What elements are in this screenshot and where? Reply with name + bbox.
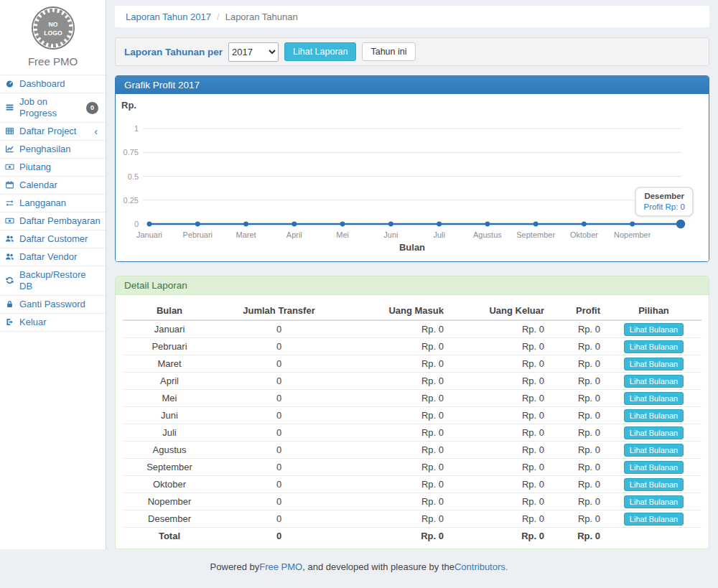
sidebar-item-backup-restore-db[interactable]: Backup/Restore DB [0, 266, 106, 295]
cell-pilihan: Lihat Bulanan [606, 459, 701, 476]
lihat-bulanan-button[interactable]: Lihat Bulanan [624, 478, 684, 491]
cell-jumlah-transfer: 0 [216, 390, 342, 407]
cell-pilihan: Lihat Bulanan [606, 476, 701, 493]
sidebar-menu-item: Daftar Pembayaran [0, 213, 106, 230]
cell-profit: Rp. 0 [550, 459, 606, 476]
cell-uang-keluar: Rp. 0 [449, 407, 550, 424]
tahun-ini-button[interactable]: Tahun ini [362, 42, 415, 61]
cell-uang-masuk: Rp. 0 [342, 459, 449, 476]
sidebar-menu-item: Ganti Password [0, 296, 106, 314]
svg-text:Mei: Mei [336, 230, 349, 239]
svg-text:Oktober: Oktober [570, 230, 598, 239]
sidebar-item-calendar[interactable]: Calendar [0, 177, 106, 194]
svg-text:April: April [286, 230, 302, 239]
cell-profit: Rp. 0 [550, 338, 606, 355]
cell-profit: Rp. 0 [550, 355, 606, 373]
svg-text:Agustus: Agustus [473, 230, 502, 239]
breadcrumb-link[interactable]: Laporan Tahun 2017 [126, 11, 211, 22]
lihat-bulanan-button[interactable]: Lihat Bulanan [624, 495, 684, 508]
cell-uang-masuk: Rp. 0 [342, 424, 449, 442]
cell-profit: Rp. 0 [550, 373, 606, 390]
footer-text: Powered by [210, 561, 260, 572]
column-header-uang-masuk: Uang Masuk [342, 302, 449, 320]
lihat-bulanan-button[interactable]: Lihat Bulanan [624, 461, 684, 474]
sidebar-item-label: Daftar Customer [19, 233, 88, 245]
sign-out-icon [5, 317, 15, 327]
refresh-icon [5, 276, 15, 286]
lihat-bulanan-button[interactable]: Lihat Bulanan [624, 392, 684, 405]
footer-freepmo-link[interactable]: Free PMO [259, 561, 302, 572]
sidebar-item-daftar-pembayaran[interactable]: Daftar Pembayaran [0, 213, 106, 230]
sidebar-item-daftar-vendor[interactable]: Daftar Vendor [0, 248, 106, 266]
lihat-bulanan-button[interactable]: Lihat Bulanan [624, 444, 684, 457]
cell-uang-keluar: Rp. 0 [449, 320, 550, 338]
table-row: Nopember0Rp. 0Rp. 0Rp. 0Lihat Bulanan [123, 493, 701, 510]
sidebar-item-langganan[interactable]: Langganan [0, 195, 106, 212]
svg-text:Maret: Maret [236, 230, 256, 239]
lihat-bulanan-button[interactable]: Lihat Bulanan [624, 375, 684, 388]
column-header-jumlah-transfer: Jumlah Transfer [216, 302, 342, 320]
column-header-bulan: Bulan [123, 302, 216, 320]
svg-text:0: 0 [134, 220, 139, 228]
sidebar-item-label: Job on Progress [19, 96, 82, 119]
table-row: Maret0Rp. 0Rp. 0Rp. 0Lihat Bulanan [123, 355, 701, 373]
cell-uang-keluar: Rp. 0 [449, 424, 550, 442]
sidebar-item-label: Daftar Pembayaran [19, 215, 101, 227]
sidebar-item-keluar[interactable]: Keluar [0, 314, 106, 331]
svg-text:NO: NO [48, 21, 57, 28]
lihat-bulanan-button[interactable]: Lihat Bulanan [624, 426, 684, 439]
table-row: Januari0Rp. 0Rp. 0Rp. 0Lihat Bulanan [123, 320, 701, 338]
cell-profit: Rp. 0 [550, 476, 606, 493]
cell-uang-masuk: Rp. 0 [342, 373, 449, 390]
lihat-bulanan-button[interactable]: Lihat Bulanan [624, 340, 684, 353]
cell-pilihan: Lihat Bulanan [606, 493, 701, 510]
breadcrumb-current: Laporan Tahunan [225, 11, 298, 22]
no-logo-gear-icon: NO LOGO [31, 6, 75, 50]
sidebar-menu-item: Job on Progress0 [0, 93, 106, 123]
cell-bulan: Mei [123, 390, 216, 407]
svg-text:0.25: 0.25 [123, 196, 139, 205]
main-content: Laporan Tahun 2017 / Laporan Tahunan Lap… [106, 0, 718, 549]
lihat-bulanan-button[interactable]: Lihat Bulanan [624, 358, 684, 370]
svg-text:0.75: 0.75 [123, 148, 139, 157]
chevron-left-icon: ‹ [94, 127, 98, 136]
year-select[interactable]: 2017 [228, 42, 279, 62]
cell-uang-keluar: Rp. 0 [449, 338, 550, 355]
cell-uang-masuk: Rp. 0 [342, 390, 449, 407]
sidebar-item-label: Keluar [19, 317, 47, 328]
cell-pilihan: Lihat Bulanan [606, 355, 701, 373]
cell-uang-keluar: Rp. 0 [449, 528, 550, 545]
svg-text:Rp.: Rp. [121, 100, 136, 111]
cell-profit: Rp. 0 [550, 510, 606, 528]
cell-uang-masuk: Rp. 0 [342, 510, 449, 528]
sidebar-menu-item: Dashboard [0, 75, 106, 93]
brand-name: Free PMO [0, 55, 106, 67]
sidebar-item-daftar-customer[interactable]: Daftar Customer [0, 230, 106, 248]
cell-uang-masuk: Rp. 0 [342, 355, 449, 373]
sidebar-item-job-on-progress[interactable]: Job on Progress0 [0, 93, 106, 122]
sidebar-menu-item: Langganan [0, 195, 106, 213]
cell-uang-keluar: Rp. 0 [449, 355, 550, 373]
cell-pilihan: Lihat Bulanan [606, 320, 701, 338]
sidebar-item-piutang[interactable]: Piutang [0, 159, 106, 176]
sidebar-menu-item: Daftar Project‹ [0, 123, 106, 141]
lihat-bulanan-button[interactable]: Lihat Bulanan [624, 513, 684, 526]
table-row: Agustus0Rp. 0Rp. 0Rp. 0Lihat Bulanan [123, 442, 701, 459]
cell-jumlah-transfer: 0 [216, 442, 342, 459]
line-chart-icon [5, 144, 15, 154]
lihat-bulanan-button[interactable]: Lihat Bulanan [624, 323, 684, 336]
cell-uang-keluar: Rp. 0 [449, 493, 550, 510]
footer-contributors-link[interactable]: Contributors. [454, 561, 508, 572]
sidebar-item-dashboard[interactable]: Dashboard [0, 75, 106, 93]
footer-text-middle: , and developed with pleasure by the [302, 561, 454, 572]
table-row: Juli0Rp. 0Rp. 0Rp. 0Lihat Bulanan [123, 424, 701, 442]
sidebar-item-ganti-password[interactable]: Ganti Password [0, 296, 106, 313]
lihat-bulanan-button[interactable]: Lihat Bulanan [624, 409, 684, 422]
sidebar-item-penghasilan[interactable]: Penghasilan [0, 141, 106, 158]
cell-uang-keluar: Rp. 0 [449, 459, 550, 476]
money-icon [5, 216, 15, 226]
lihat-laporan-button[interactable]: Lihat Laporan [284, 42, 356, 61]
sidebar-item-daftar-project[interactable]: Daftar Project‹ [0, 123, 106, 140]
cell-uang-masuk: Rp. 0 [342, 476, 449, 493]
users-icon [5, 252, 15, 262]
